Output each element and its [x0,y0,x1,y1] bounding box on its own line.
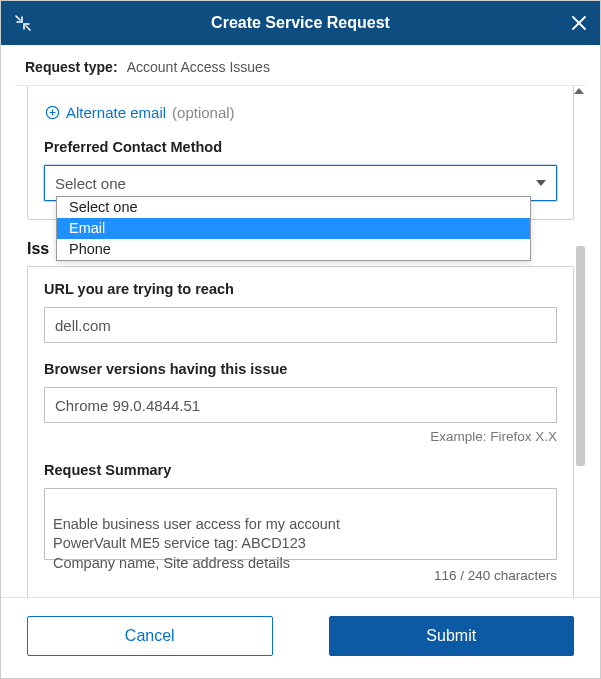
preferred-contact-dropdown: Select one Email Phone [56,196,531,261]
submit-button-label: Submit [426,627,476,645]
summary-label: Request Summary [44,462,557,478]
alternate-email-row[interactable]: Alternate email (optional) [44,104,557,121]
request-type-value: Account Access Issues [127,59,270,75]
scroll-up-arrow-icon[interactable] [574,88,584,94]
cancel-button[interactable]: Cancel [27,616,273,656]
summary-textarea[interactable]: Enable business user access for my accou… [44,488,557,560]
url-input-value: dell.com [55,317,111,334]
minimize-icon[interactable] [15,15,35,31]
close-icon[interactable] [566,16,586,30]
contact-card: Alternate email (optional) Preferred Con… [27,86,574,220]
browser-label: Browser versions having this issue [44,361,557,377]
cancel-button-label: Cancel [125,627,175,645]
dropdown-option-email[interactable]: Email [57,218,530,239]
modal-header: Create Service Request [1,1,600,45]
preferred-contact-label: Preferred Contact Method [44,139,557,155]
scroll-area: Alternate email (optional) Preferred Con… [15,85,586,597]
browser-hint: Example: Firefox X.X [44,429,557,444]
url-input[interactable]: dell.com [44,307,557,343]
modal-footer: Cancel Submit [1,597,600,678]
create-service-request-modal: Create Service Request Request type: Acc… [0,0,601,679]
request-type-label: Request type: [25,59,118,75]
issue-card: URL you are trying to reach dell.com Bro… [27,266,574,597]
browser-input-value: Chrome 99.0.4844.51 [55,397,200,414]
browser-input[interactable]: Chrome 99.0.4844.51 [44,387,557,423]
alternate-email-optional: (optional) [172,104,235,121]
alternate-email-link: Alternate email [66,104,166,121]
preferred-contact-selected: Select one [55,175,126,192]
url-label: URL you are trying to reach [44,281,557,297]
chevron-down-icon [536,180,546,186]
content-area: Alternate email (optional) Preferred Con… [1,85,600,597]
submit-button[interactable]: Submit [329,616,575,656]
summary-textarea-value: Enable business user access for my accou… [53,516,340,571]
scrollbar-thumb[interactable] [576,246,585,466]
dropdown-option-phone[interactable]: Phone [57,239,530,260]
request-type-row: Request type: Account Access Issues [1,45,600,85]
dropdown-option-select-one[interactable]: Select one [57,197,530,218]
plus-circle-icon [44,105,60,121]
modal-title: Create Service Request [35,14,566,32]
